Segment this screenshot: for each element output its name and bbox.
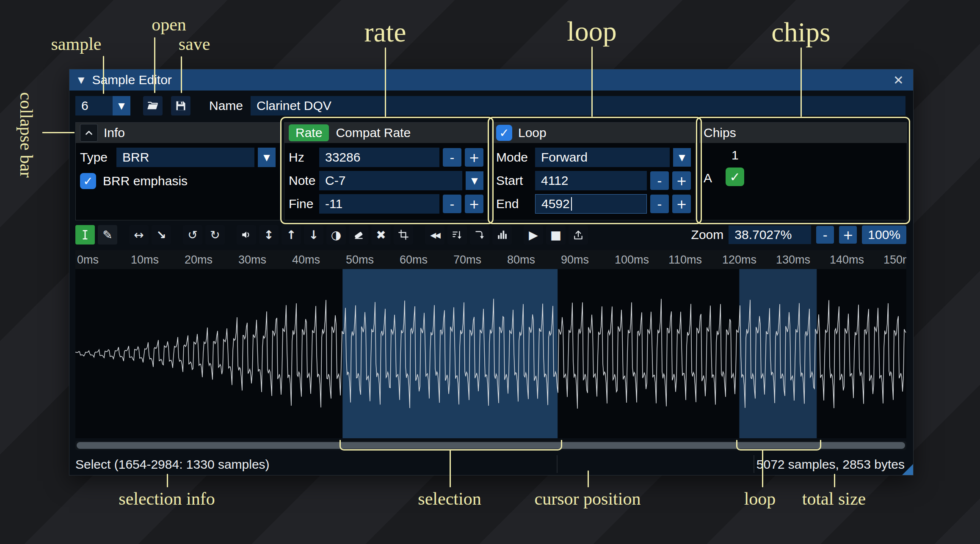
loop-checkbox[interactable]: ✓ (496, 125, 512, 141)
stop-icon: ■ (550, 228, 561, 242)
close-icon[interactable]: ✕ (893, 73, 904, 88)
chevron-down-icon[interactable]: ▼ (258, 148, 276, 167)
corner-arrow-icon (474, 229, 485, 240)
chips-panel: Chips 1 A ✓ (699, 122, 907, 220)
hz-label: Hz (289, 150, 316, 165)
info-header: Info (76, 123, 280, 143)
info-panel: Info Type BRR ▼ ✓ BRR emphasis (75, 122, 280, 220)
collapse-bar-button[interactable] (80, 124, 98, 142)
delete-button[interactable]: ✖ (371, 225, 391, 245)
waveform-canvas[interactable] (75, 269, 906, 438)
hz-minus-button[interactable]: - (443, 148, 461, 167)
upload-icon (573, 229, 584, 240)
chip-enable-checkbox[interactable]: ✓ (726, 168, 744, 186)
loop-end-input[interactable]: 4592 (535, 194, 647, 214)
open-sample-button[interactable] (143, 96, 163, 115)
mode-select-value[interactable]: Forward (535, 148, 670, 167)
loop-start-input[interactable]: 4112 (535, 171, 647, 190)
floppy-save-icon (175, 100, 187, 112)
amplify-button[interactable] (237, 225, 256, 245)
zoom-reset-button[interactable]: 100% (862, 225, 906, 244)
text-caret (571, 197, 572, 211)
trim-button[interactable] (394, 225, 413, 245)
save-sample-button[interactable] (171, 96, 190, 115)
export-button[interactable] (569, 225, 588, 245)
name-input[interactable]: Clarinet DQV (251, 96, 905, 115)
invert-button[interactable]: ◑ (326, 225, 346, 245)
x-icon: ✖ (376, 228, 386, 242)
start-plus-button[interactable]: + (672, 171, 691, 190)
note-select-value[interactable]: C-7 (319, 171, 462, 190)
rate-badge[interactable]: Rate (289, 124, 329, 141)
chart-bars-icon (497, 229, 508, 240)
play-button[interactable]: ▶ (524, 225, 543, 245)
window-collapse-icon[interactable]: ▼ (78, 75, 84, 85)
type-select-value[interactable]: BRR (116, 148, 254, 167)
insert-point-button[interactable] (470, 225, 489, 245)
loop-start-label: Start (496, 173, 532, 188)
stop-button[interactable]: ■ (546, 225, 566, 245)
chips-header: Chips (699, 123, 907, 143)
resize-grip[interactable] (902, 464, 913, 475)
resize-button[interactable]: ↔ (129, 225, 149, 245)
filter-button[interactable] (492, 225, 512, 245)
scrollbar-thumb[interactable] (77, 442, 905, 449)
sample-select[interactable]: 6 ▼ (75, 96, 130, 115)
fine-plus-button[interactable]: + (465, 195, 483, 213)
sample-select-value[interactable]: 6 (75, 96, 113, 115)
hz-plus-button[interactable]: + (465, 148, 483, 167)
chevron-down-icon[interactable]: ▼ (673, 148, 691, 167)
resize-diagonal-icon: ↘ (156, 228, 166, 242)
annotation-cursor-position: cursor position (535, 489, 641, 509)
chevron-up-icon (83, 127, 94, 138)
fine-minus-button[interactable]: - (443, 195, 461, 213)
callout-line-cursor-position (588, 470, 589, 487)
reverse-button[interactable]: ◀◀ (425, 225, 444, 245)
zoom-in-button[interactable]: + (839, 226, 857, 244)
waveform-scrollbar[interactable] (75, 441, 906, 450)
undo-button[interactable]: ↺ (183, 225, 202, 245)
hz-input[interactable]: 33286 (319, 148, 439, 167)
rate-header: Rate Compat Rate (284, 123, 488, 143)
loop-end-value: 4592 (541, 197, 570, 211)
titlebar[interactable]: ▼ Sample Editor ✕ (69, 69, 913, 91)
annotation-rate: rate (364, 16, 406, 48)
select-tool-button[interactable] (75, 225, 95, 245)
callout-line-sample (103, 56, 104, 94)
start-minus-button[interactable]: - (650, 171, 669, 190)
brr-emphasis-checkbox[interactable]: ✓ (80, 173, 96, 189)
fade-out-button[interactable]: ↓ (304, 225, 323, 245)
callout-line-save (181, 56, 182, 93)
status-bar: Select (1654-2984: 1330 samples) 5072 sa… (69, 453, 913, 475)
timeline-ruler[interactable]: 0ms10ms20ms30ms40ms50ms60ms70ms80ms90ms1… (75, 250, 906, 269)
callout-line-chips (801, 47, 802, 117)
resample-button[interactable]: ↘ (152, 225, 171, 245)
ruler-label: 20ms (185, 253, 213, 267)
callout-line-loop (591, 47, 593, 117)
ruler-label: 30ms (238, 253, 266, 267)
redo-button[interactable]: ↻ (205, 225, 225, 245)
ruler-label: 80ms (507, 253, 535, 267)
annotation-sample: sample (51, 34, 102, 54)
ruler-label: 40ms (292, 253, 320, 267)
silence-button[interactable] (349, 225, 368, 245)
arrows-vertical-icon: ↕ (264, 228, 273, 242)
chevron-down-icon[interactable]: ▼ (466, 171, 483, 190)
draw-tool-button[interactable]: ✎ (98, 225, 117, 245)
rewind-icon: ◀◀ (430, 231, 439, 239)
callout-line-loop-region (762, 450, 763, 487)
sample-row: 6 ▼ (69, 95, 913, 116)
chevron-down-icon[interactable]: ▼ (113, 96, 130, 115)
normalize-button[interactable]: ↕ (259, 225, 279, 245)
fine-input[interactable]: -11 (319, 194, 439, 214)
zoom-out-button[interactable]: - (816, 226, 834, 244)
waveform-view[interactable] (75, 269, 906, 438)
fade-in-button[interactable]: ↑ (282, 225, 301, 245)
chip-column-header: 1 (732, 148, 739, 162)
downsample-button[interactable] (447, 225, 467, 245)
ruler-label: 0ms (77, 253, 99, 267)
chips-body: 1 A ✓ (699, 143, 907, 220)
end-minus-button[interactable]: - (650, 195, 669, 213)
zoom-input[interactable]: 38.7027% (729, 225, 811, 244)
end-plus-button[interactable]: + (672, 195, 691, 213)
